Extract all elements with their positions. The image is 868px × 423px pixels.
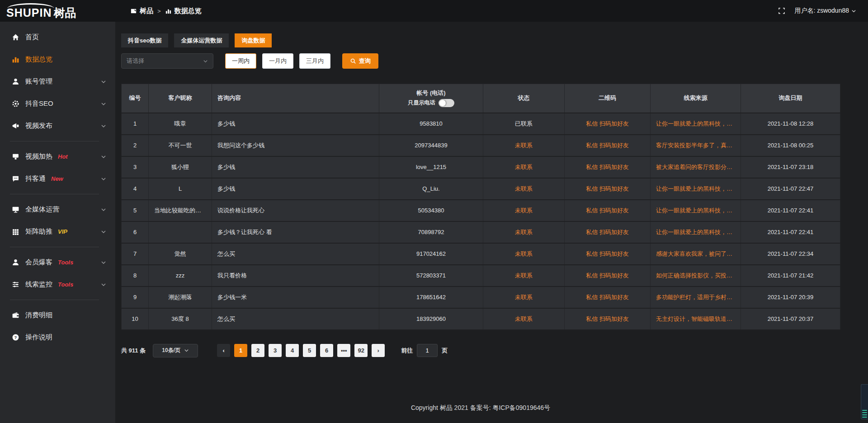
sidebar-item-matrix-boost[interactable]: 矩阵助推VIP (0, 221, 115, 243)
page-button-4[interactable]: 4 (286, 344, 299, 357)
qr-link[interactable]: 私信 扫码加好友 (565, 287, 651, 308)
cell-nickname (149, 221, 212, 243)
widget-line (862, 417, 867, 418)
sidebar-divider (10, 141, 99, 141)
sidebar-item-video-heating[interactable]: 视频加热Hot (0, 146, 115, 168)
table-row: 9潮起潮落多少钱一米178651642未联系私信 扫码加好友多功能护栏灯，适用于… (122, 287, 840, 308)
source-link[interactable]: 让你一眼就爱上的黑科技，能... (651, 221, 741, 243)
query-button[interactable]: 查询 (342, 53, 378, 69)
table-row: 5当地比较能吃的一位美女说说价格让我死心50534380未联系私信 扫码加好友让… (122, 200, 840, 221)
qr-link[interactable]: 私信 扫码加好友 (565, 135, 651, 156)
logo-text: SHUPIN树品 (6, 7, 115, 19)
qr-link[interactable]: 私信 扫码加好友 (565, 178, 651, 200)
prev-page-button[interactable]: ‹ (217, 344, 230, 357)
qr-link[interactable]: 私信 扫码加好友 (565, 308, 651, 330)
status-badge: 未联系 (483, 265, 565, 287)
phone-only-toggle[interactable] (439, 99, 454, 107)
floating-widget[interactable] (861, 384, 868, 419)
page-size-select[interactable]: 10条/页 (153, 344, 198, 357)
next-page-button[interactable]: › (372, 344, 385, 357)
breadcrumb-current[interactable]: 数据总览 (165, 7, 202, 15)
page-button-3[interactable]: 3 (269, 344, 282, 357)
page-button-6[interactable]: 6 (320, 344, 333, 357)
cell-date: 2021-11-08 12:28 (741, 113, 840, 135)
cell-date: 2021-11-07 20:39 (741, 287, 840, 308)
app-logo[interactable]: SHUPIN树品 (0, 2, 115, 19)
qr-link[interactable]: 私信 扫码加好友 (565, 113, 651, 135)
sidebar-item-label: 消费明细 (25, 311, 52, 320)
sidebar-item-label: 抖客通 (25, 174, 46, 183)
cell-date: 2021-11-07 21:42 (741, 265, 840, 287)
sidebar-item-account-management[interactable]: 账号管理 (0, 70, 115, 93)
range-button-2[interactable]: 三月内 (299, 53, 330, 69)
qr-link[interactable]: 私信 扫码加好友 (565, 221, 651, 243)
sidebar: 首页数据总览账号管理抖音SEO视频发布视频加热Hot抖客通New全媒体运营矩阵助… (0, 22, 115, 423)
cell-date: 2021-11-08 00:25 (741, 135, 840, 156)
table-row: 3狐小狸多少钱love__1215未联系私信 扫码加好友被大家追着问的客厅投影分… (122, 156, 840, 178)
source-link[interactable]: 被大家追着问的客厅投影分享... (651, 156, 741, 178)
source-link[interactable]: 如何正确选择投影仪，买投影... (651, 265, 741, 287)
cell-account: 70898792 (379, 221, 483, 243)
source-link[interactable]: 客厅安装投影半年多了，真实... (651, 135, 741, 156)
main-content: 抖音seo数据全媒体运营数据询盘数据 请选择 一周内一月内三月内 查询 (115, 22, 868, 423)
cell-id: 9 (122, 287, 149, 308)
sidebar-item-home[interactable]: 首页 (0, 26, 115, 48)
qr-link[interactable]: 私信 扫码加好友 (565, 243, 651, 265)
sidebar-item-operation-guide[interactable]: ?操作说明 (0, 326, 115, 348)
page-button-92[interactable]: 92 (354, 344, 368, 357)
sidebar-item-member-marketing[interactable]: 会员爆客Tools (0, 251, 115, 273)
range-button-1[interactable]: 一月内 (262, 53, 293, 69)
sidebar-item-data-overview[interactable]: 数据总览 (0, 48, 115, 70)
user-menu[interactable]: 用户名: zswodun88 (794, 7, 856, 15)
cell-date: 2021-11-07 22:34 (741, 243, 840, 265)
tab-douyin-seo-data[interactable]: 抖音seo数据 (121, 33, 168, 47)
tab-omnimedia-data[interactable]: 全媒体运营数据 (174, 33, 229, 47)
cell-account: 50534380 (379, 200, 483, 221)
more-pages-button[interactable]: ••• (337, 344, 350, 357)
sidebar-item-clue-monitor[interactable]: 线索监控Tools (0, 273, 115, 296)
sidebar-item-omnimedia-operation[interactable]: 全媒体运营 (0, 198, 115, 221)
source-link[interactable]: 让你一眼就爱上的黑科技，能... (651, 113, 741, 135)
qr-link[interactable]: 私信 扫码加好友 (565, 265, 651, 287)
source-link[interactable]: 让你一眼就爱上的黑科技，能... (651, 178, 741, 200)
select-placeholder: 请选择 (127, 57, 144, 65)
status-badge: 未联系 (483, 156, 565, 178)
sidebar-item-douyin-seo[interactable]: 抖音SEO (0, 93, 115, 115)
footer: Copyright 树品 2021 备案号: 粤ICP备09019646号 (121, 378, 840, 423)
sidebar-item-douketong[interactable]: 抖客通New (0, 168, 115, 190)
sidebar-item-consumption-detail[interactable]: 消费明细 (0, 304, 115, 326)
table-header-row: 编号 客户昵称 咨询内容 帐号 (电话) 只显示电话 状态 二维码 线索来源 询… (122, 84, 840, 113)
cell-account: 2097344839 (379, 135, 483, 156)
source-link[interactable]: 感谢大家喜欢我家，被问了好... (651, 243, 741, 265)
sidebar-item-video-publish[interactable]: 视频发布 (0, 115, 115, 137)
sidebar-item-label: 视频发布 (25, 122, 52, 130)
cell-id: 5 (122, 200, 149, 221)
tab-inquiry-data[interactable]: 询盘数据 (235, 33, 272, 47)
qr-link[interactable]: 私信 扫码加好友 (565, 156, 651, 178)
col-source: 线索来源 (651, 84, 741, 113)
source-link[interactable]: 让你一眼就爱上的黑科技，能... (651, 200, 741, 221)
goto-page-input[interactable] (417, 344, 438, 357)
widget-line (862, 414, 867, 415)
table-row: 4L多少钱Q_Liu.未联系私信 扫码加好友让你一眼就爱上的黑科技，能...20… (122, 178, 840, 200)
query-button-label: 查询 (359, 57, 371, 65)
col-status: 状态 (483, 84, 565, 113)
account-select[interactable]: 请选择 (121, 53, 213, 69)
fullscreen-icon[interactable] (778, 7, 785, 14)
data-tabs: 抖音seo数据全媒体运营数据询盘数据 (121, 33, 840, 47)
page-button-1[interactable]: 1 (234, 344, 247, 357)
badge-tools: Tools (58, 259, 73, 266)
source-link[interactable]: 多功能护栏灯，适用于乡村文... (651, 287, 741, 308)
qr-link[interactable]: 私信 扫码加好友 (565, 200, 651, 221)
cell-date: 2021-11-07 22:41 (741, 200, 840, 221)
range-button-0[interactable]: 一周内 (225, 53, 256, 69)
page-button-2[interactable]: 2 (251, 344, 264, 357)
chevron-down-icon (851, 9, 856, 14)
sidebar-item-label: 操作说明 (25, 333, 52, 342)
breadcrumb-root[interactable]: 树品 (130, 7, 153, 15)
source-link[interactable]: 无主灯设计，智能磁吸轨道灯... (651, 308, 741, 330)
cell-id: 2 (122, 135, 149, 156)
chevron-down-icon (101, 260, 106, 265)
page-button-5[interactable]: 5 (303, 344, 316, 357)
cell-account: 183929060 (379, 308, 483, 330)
